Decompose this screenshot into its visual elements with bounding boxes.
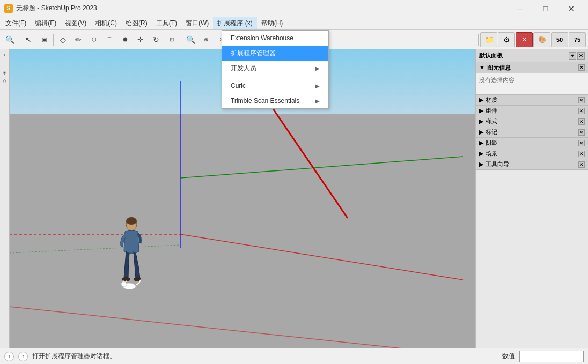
styles-label: 样式: [486, 117, 497, 125]
scenes-left: ▶ 场景: [479, 150, 497, 158]
entity-info-header[interactable]: ▼ 图元信息 ✕: [476, 62, 588, 73]
developer-item[interactable]: 开发人员 ▶: [222, 61, 328, 76]
menu-window[interactable]: 窗口(W): [181, 17, 213, 29]
instructor-label: 工具向导: [486, 160, 509, 168]
tags-left: ▶ 标记: [479, 128, 497, 136]
minimize-button[interactable]: ─: [508, 0, 532, 17]
scenes-close[interactable]: ✕: [578, 151, 585, 157]
curic-label: Curic: [231, 82, 246, 90]
extension-manager-item[interactable]: 扩展程序管理器: [222, 46, 328, 61]
styles-left: ▶ 样式: [479, 117, 497, 125]
shadows-section[interactable]: ▶ 阴影 ✕: [476, 138, 588, 148]
value-input[interactable]: [519, 351, 584, 362]
styles-section[interactable]: ▶ 样式 ✕: [476, 116, 588, 127]
instructor-arrow: ▶: [479, 161, 483, 168]
styles-close[interactable]: ✕: [578, 118, 585, 125]
tags-close[interactable]: ✕: [578, 129, 585, 136]
folder-button[interactable]: 📁: [480, 32, 497, 47]
components-close[interactable]: ✕: [578, 108, 585, 114]
panel-close-btn[interactable]: ✕: [577, 52, 585, 60]
maximize-button[interactable]: □: [533, 0, 558, 17]
materials-section[interactable]: ▶ 材质 ✕: [476, 95, 588, 106]
components-section[interactable]: ▶ 组件 ✕: [476, 106, 588, 116]
menu-camera[interactable]: 相机(C): [91, 17, 121, 29]
settings-button[interactable]: ⚙: [498, 32, 515, 47]
instructor-close[interactable]: ✕: [578, 161, 585, 168]
menu-help[interactable]: 帮助(H): [257, 17, 288, 29]
menu-draw[interactable]: 绘图(R): [121, 17, 152, 29]
shape-button[interactable]: ⬡: [86, 32, 101, 47]
value-label: 数值: [502, 352, 515, 361]
arc-button[interactable]: ⌒: [102, 32, 117, 47]
rotate-button[interactable]: ↻: [149, 32, 164, 47]
styles-button[interactable]: 🎨: [533, 32, 550, 47]
toolbar-sep-2: [53, 34, 54, 46]
materials-close[interactable]: ✕: [578, 97, 585, 103]
scenes-section[interactable]: ▶ 场景 ✕: [476, 148, 588, 159]
left-tool-4[interactable]: ◇: [1, 77, 9, 85]
titlebar: S 无标题 - SketchUp Pro 2023 ─ □ ✕: [0, 0, 588, 17]
left-tool-2[interactable]: –: [1, 60, 9, 68]
info-icon: i: [4, 352, 14, 361]
shadows-close[interactable]: ✕: [578, 140, 585, 146]
developer-label: 开发人员: [231, 64, 256, 73]
instructor-left: ▶ 工具向导: [479, 160, 509, 168]
extension-warehouse-item[interactable]: Extension Warehouse: [222, 31, 328, 46]
components-left: ▶ 组件: [479, 107, 497, 115]
badge-50[interactable]: 50: [551, 32, 568, 47]
tags-arrow: ▶: [479, 129, 483, 136]
styles-arrow: ▶: [479, 118, 483, 125]
materials-label: 材质: [486, 96, 497, 104]
section-plane-button[interactable]: ⊕: [199, 32, 214, 47]
window-controls: ─ □ ✕: [508, 0, 584, 17]
search-tool-button[interactable]: 🔍: [2, 32, 17, 47]
dropdown-sep-1: [222, 77, 328, 77]
menu-file[interactable]: 文件(F): [1, 17, 31, 29]
push-button[interactable]: ⬟: [117, 32, 133, 47]
pencil-button[interactable]: ✏: [71, 32, 86, 47]
right-panel-header: 默认面板 ▼ ✕: [476, 49, 588, 62]
left-tool-1[interactable]: +: [1, 51, 9, 59]
extensions-dropdown: Extension Warehouse 扩展程序管理器 开发人员 ▶ Curic…: [222, 30, 329, 109]
entity-info-close[interactable]: ✕: [578, 64, 585, 71]
menu-view[interactable]: 视图(V): [61, 17, 91, 29]
menu-extensions[interactable]: 扩展程序 (x): [213, 17, 256, 29]
entity-info-arrow: ▼: [479, 64, 485, 71]
search2-button[interactable]: 🔍: [183, 32, 198, 47]
badge-75[interactable]: 75: [569, 32, 586, 47]
left-tool-3[interactable]: ◈: [1, 69, 9, 76]
move-button[interactable]: ✛: [133, 32, 148, 47]
curic-item[interactable]: Curic ▶: [222, 78, 328, 93]
scale-button[interactable]: ⊡: [164, 32, 179, 47]
components-label: 组件: [486, 107, 497, 115]
svg-line-1: [180, 157, 463, 178]
statusbar: i ↑ 打开扩展程序管理器对话框。 数值: [0, 348, 588, 364]
entity-info-text: 没有选择内容: [479, 77, 514, 83]
right-panel: 默认面板 ▼ ✕ ▼ 图元信息 ✕ 没有选择内容 ▶ 材质: [475, 49, 588, 348]
component-button[interactable]: ▣: [36, 32, 52, 47]
panel-settings-btn[interactable]: ▼: [569, 52, 576, 60]
trimble-item[interactable]: Trimble Scan Essentials ▶: [222, 93, 328, 108]
close-button[interactable]: ✕: [559, 0, 584, 17]
panel-header-buttons: ▼ ✕: [569, 52, 585, 60]
close-panel-button[interactable]: ✕: [516, 32, 533, 47]
menu-edit[interactable]: 编辑(E): [31, 17, 61, 29]
tags-section[interactable]: ▶ 标记 ✕: [476, 127, 588, 138]
select-tool-button[interactable]: ↖: [21, 32, 36, 47]
trimble-label: Trimble Scan Essentials: [231, 97, 299, 105]
entity-info-content: 没有选择内容: [476, 73, 588, 94]
toolbar-group-draw: ◇ ✏ ⬡ ⌒ ⬟ ✛ ↻ ⊡: [55, 32, 179, 47]
toolbar-sep-3: [181, 34, 181, 46]
components-arrow: ▶: [479, 107, 483, 114]
eraser-button[interactable]: ◇: [55, 32, 70, 47]
left-sidebar: + – ◈ ◇: [0, 49, 10, 348]
menubar: 文件(F) 编辑(E) 视图(V) 相机(C) 绘图(R) 工具(T) 窗口(W…: [0, 17, 588, 30]
menu-tools[interactable]: 工具(T): [152, 17, 181, 29]
materials-section-left: ▶ 材质: [479, 96, 497, 104]
trimble-arrow: ▶: [315, 98, 320, 104]
instructor-section[interactable]: ▶ 工具向导 ✕: [476, 159, 588, 170]
curic-arrow: ▶: [315, 83, 320, 89]
entity-info-header-left: ▼ 图元信息: [479, 64, 511, 72]
shadows-arrow: ▶: [479, 139, 483, 146]
extension-manager-label: 扩展程序管理器: [231, 49, 276, 58]
